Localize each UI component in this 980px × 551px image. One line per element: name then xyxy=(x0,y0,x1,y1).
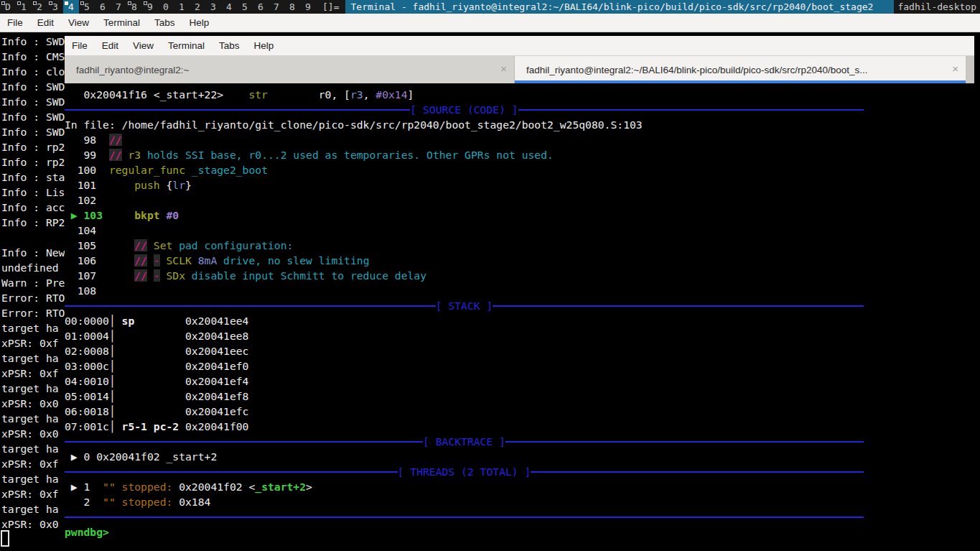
workspace-tag-2-2[interactable]: 2 xyxy=(32,0,47,14)
terminal-line: 02:0008│ 0x20041eec xyxy=(65,343,974,358)
tag-occupied-indicator xyxy=(33,1,37,5)
terminal-line: 102 xyxy=(65,193,974,208)
terminal-tabbar: fadhil_riyanto@integral2:~×fadhil_riyant… xyxy=(65,56,974,83)
menu-tabs[interactable]: Tabs xyxy=(147,17,182,28)
tag-occupied-indicator xyxy=(1,1,5,5)
terminal-line: 108 xyxy=(65,283,974,298)
workspace-tag-9-9[interactable]: 9 xyxy=(142,0,158,14)
terminal-line: 100 regular_func _stage2_boot xyxy=(65,162,974,177)
background-terminal-menubar: FileEditViewTerminalTabsHelp xyxy=(0,14,980,32)
menu-edit[interactable]: Edit xyxy=(95,40,126,51)
tag-occupied-indicator xyxy=(17,1,21,5)
workspace-tag-17-7[interactable]: 7 xyxy=(269,0,284,14)
terminal-line: 03:000c│ 0x20041ef0 xyxy=(65,358,974,374)
terminal-tab-1[interactable]: fadhil_riyanto@integral2:~× xyxy=(65,56,515,83)
terminal-menubar: FileEditViewTerminalTabsHelp xyxy=(65,36,974,56)
workspace-tag-16-6[interactable]: 6 xyxy=(253,0,269,14)
terminal-line: 01:0004│ 0x20041ee8 xyxy=(65,328,974,343)
terminal-content[interactable]: 0x20041f16 <_start+22> str r0, [r3, #0x1… xyxy=(65,83,974,551)
terminal-line: 101 push {lr} xyxy=(65,177,974,193)
terminal-line: 0x20041f16 <_start+22> str r0, [r3, #0x1… xyxy=(65,87,974,102)
tag-occupied-indicator xyxy=(144,1,147,5)
tag-occupied-indicator xyxy=(65,1,68,5)
section-separator: [ THREADS (2 TOTAL) ] xyxy=(65,464,864,479)
statusbar-hostname: fadhil-desktop xyxy=(894,0,980,14)
terminal-line: pwndbg> xyxy=(65,524,974,540)
section-label: [ SOURCE (CODE) ] xyxy=(410,102,518,117)
workspace-tag-13-3[interactable]: 3 xyxy=(205,0,221,14)
dwm-layout-symbol[interactable]: []= xyxy=(316,0,345,14)
tab-title: fadhil_riyanto@integral2:~/BALI64/blink-… xyxy=(526,65,868,75)
workspace-tag-5-5[interactable]: 5 xyxy=(79,0,95,14)
terminal-line: 107 // - SDx disable input Schmitt to re… xyxy=(65,268,974,283)
menu-help[interactable]: Help xyxy=(182,17,217,28)
workspace-tag-10-0[interactable]: 0 xyxy=(158,0,174,14)
terminal-line: ▶ 103 bkpt #0 xyxy=(65,208,974,223)
workspace-tag-11-1[interactable]: 1 xyxy=(174,0,190,14)
terminal-line: 99 // r3 holds SSI base, r0...2 used as … xyxy=(65,147,974,162)
terminal-line: 104 xyxy=(65,223,974,238)
terminal-line: 05:0014│ 0x20041ef8 xyxy=(65,389,974,404)
terminal-line: 98 // xyxy=(65,132,974,147)
section-separator: [ STACK ] xyxy=(65,298,864,313)
workspace-tag-12-2[interactable]: 2 xyxy=(190,0,205,14)
tab-title: fadhil_riyanto@integral2:~ xyxy=(76,65,189,75)
menu-file[interactable]: File xyxy=(65,40,95,51)
menu-tabs[interactable]: Tabs xyxy=(212,40,247,51)
tab-close-icon[interactable]: × xyxy=(952,62,958,75)
menu-terminal[interactable]: Terminal xyxy=(96,17,147,28)
terminal-line: 04:0010│ 0x20041ef4 xyxy=(65,374,974,389)
dwm-status-bar: D1234567890123456789 []= Terminal - fadh… xyxy=(0,0,980,14)
workspace-tag-18-8[interactable]: 8 xyxy=(284,0,300,14)
terminal-line: 105 // Set pad configuration: xyxy=(65,238,974,253)
workspace-tag-3-3[interactable]: 3 xyxy=(47,0,63,14)
workspace-tag-14-4[interactable]: 4 xyxy=(221,0,237,14)
terminal-tab-2[interactable]: fadhil_riyanto@integral2:~/BALI64/blink-… xyxy=(515,56,966,83)
section-separator: [ BACKTRACE ] xyxy=(65,434,864,449)
terminal-line: ▶ 1 "" stopped: 0x20041f02 <_start+2> xyxy=(65,479,974,494)
plain-separator xyxy=(65,509,864,524)
tag-occupied-indicator xyxy=(80,1,84,5)
menu-file[interactable]: File xyxy=(0,17,30,28)
tag-occupied-indicator xyxy=(49,1,52,5)
terminal-line: 06:0018│ 0x20041efc xyxy=(65,404,974,419)
menu-edit[interactable]: Edit xyxy=(30,17,61,28)
background-terminal-cursor xyxy=(1,530,9,547)
terminal-line: 00:0000│ sp 0x20041ee4 xyxy=(65,313,974,328)
terminal-line: 2 "" stopped: 0x184 xyxy=(65,494,974,509)
workspace-tags: D1234567890123456789 xyxy=(0,0,316,14)
terminal-line: In file: /home/fadhil_riyanto/git_clone/… xyxy=(65,117,974,132)
workspace-tag-6-6[interactable]: 6 xyxy=(95,0,111,14)
menu-view[interactable]: View xyxy=(61,17,96,28)
workspace-tag-4-4[interactable]: 4 xyxy=(63,0,79,14)
menu-terminal[interactable]: Terminal xyxy=(161,40,212,51)
tag-occupied-indicator xyxy=(128,1,131,5)
workspace-tag-1-1[interactable]: 1 xyxy=(16,0,32,14)
terminal-line: 106 // - SCLK 8mA drive, no slew limitin… xyxy=(65,253,974,268)
section-label: [ STACK ] xyxy=(436,298,493,313)
menu-view[interactable]: View xyxy=(126,40,161,51)
terminal-window: FileEditViewTerminalTabsHelp fadhil_riya… xyxy=(65,36,974,551)
tab-close-icon[interactable]: × xyxy=(500,62,507,75)
workspace-tag-7-7[interactable]: 7 xyxy=(111,0,126,14)
terminal-line: 07:001c│ r5-1 pc-2 0x20041f00 xyxy=(65,419,974,434)
workspace-tag-15-5[interactable]: 5 xyxy=(237,0,253,14)
terminal-line: ▶ 0 0x20041f02 _start+2 xyxy=(65,449,974,464)
section-separator: [ SOURCE (CODE) ] xyxy=(65,102,864,117)
workspace-tag-19-9[interactable]: 9 xyxy=(300,0,316,14)
workspace-tag-8-8[interactable]: 8 xyxy=(126,0,142,14)
section-label: [ THREADS (2 TOTAL) ] xyxy=(398,464,531,479)
focused-window-title: Terminal - fadhil_riyanto@integral2:~/BA… xyxy=(345,0,894,14)
workspace-tag-0-D[interactable]: D xyxy=(0,0,16,14)
section-label: [ BACKTRACE ] xyxy=(423,434,505,449)
menu-help[interactable]: Help xyxy=(247,40,281,51)
